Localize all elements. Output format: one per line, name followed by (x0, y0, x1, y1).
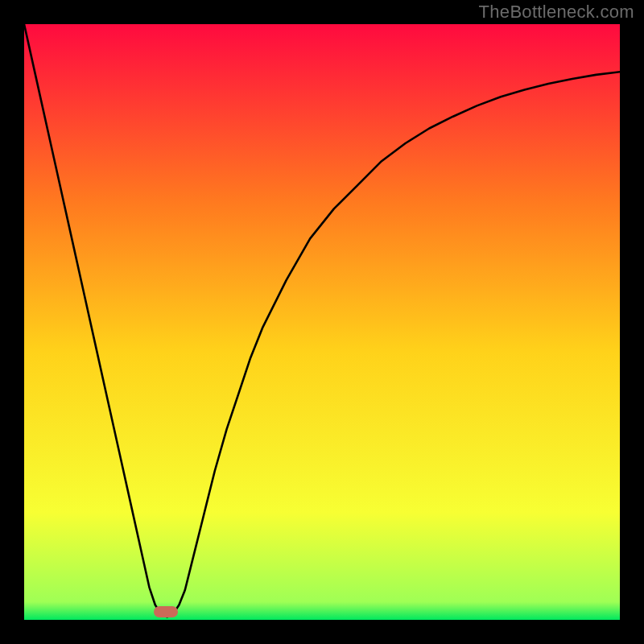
chart-frame: TheBottleneck.com (0, 0, 644, 644)
minimum-marker (154, 606, 178, 617)
watermark-text: TheBottleneck.com (479, 2, 634, 23)
chart-svg (24, 24, 620, 620)
plot-area (24, 24, 620, 620)
gradient-background (24, 24, 620, 620)
